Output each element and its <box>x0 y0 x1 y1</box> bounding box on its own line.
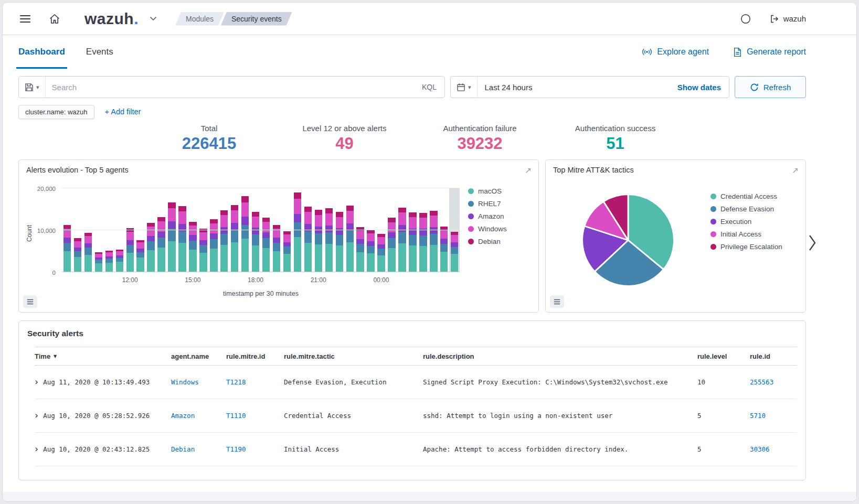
search-input[interactable] <box>46 83 414 92</box>
column-header-rule-level[interactable]: rule.level <box>697 352 750 360</box>
filter-chip-cluster-name[interactable]: cluster.name: wazuh <box>18 105 94 119</box>
bar-slot[interactable] <box>397 188 408 272</box>
bar-slot[interactable] <box>135 188 146 272</box>
saved-query-button[interactable]: ▾ <box>19 77 46 98</box>
column-header-rule-mitre-id[interactable]: rule.mitre.id <box>226 352 284 360</box>
legend-item[interactable]: Windows <box>468 225 531 233</box>
legend-item[interactable]: RHEL7 <box>468 200 531 208</box>
user-menu-button[interactable]: wazuh <box>770 14 806 24</box>
bar-slot[interactable] <box>240 188 250 272</box>
bar-slot[interactable] <box>219 188 229 272</box>
bar-slot[interactable] <box>208 188 219 272</box>
column-header-rule-description[interactable]: rule.description <box>423 352 697 360</box>
date-quick-select-button[interactable]: ▾ <box>451 77 478 98</box>
bar-stack <box>325 188 333 272</box>
bar-slot[interactable] <box>83 188 93 272</box>
row-expand-icon[interactable]: › <box>35 445 38 454</box>
menu-button[interactable] <box>16 11 34 27</box>
bar-segment-debian <box>398 208 406 213</box>
bar-slot[interactable] <box>72 188 83 272</box>
bar-slot[interactable] <box>439 188 449 272</box>
bar-slot[interactable] <box>198 188 208 272</box>
rule-id-link[interactable]: 30306 <box>750 445 770 453</box>
breadcrumb-modules[interactable]: Modules <box>175 12 224 26</box>
bar-slot[interactable] <box>156 188 167 272</box>
bar-slot[interactable] <box>146 188 156 272</box>
show-dates-link[interactable]: Show dates <box>670 83 729 92</box>
inspect-panel-button[interactable] <box>550 295 564 308</box>
next-panel-button[interactable] <box>806 232 819 255</box>
bar-slot[interactable] <box>282 188 292 272</box>
bar-slot[interactable] <box>428 188 439 272</box>
rule-id-link[interactable]: 5710 <box>750 412 766 420</box>
bar-slot[interactable] <box>334 188 345 272</box>
row-expand-icon[interactable]: › <box>35 378 38 387</box>
bar-slot[interactable] <box>62 188 72 272</box>
expand-panel-button[interactable] <box>523 166 533 177</box>
tab-dashboard[interactable]: Dashboard <box>18 35 65 69</box>
bar-slot[interactable] <box>187 188 198 272</box>
refresh-button[interactable]: Refresh <box>735 76 806 98</box>
bar-slot[interactable] <box>177 188 187 272</box>
bar-slot[interactable] <box>271 188 282 272</box>
bar-slot[interactable] <box>114 188 125 272</box>
bar-slot[interactable] <box>303 188 313 272</box>
agent-name-link[interactable]: Amazon <box>171 412 195 420</box>
legend-item[interactable]: Credential Access <box>710 192 800 200</box>
column-header-agent-name[interactable]: agent.name <box>171 352 226 360</box>
bar-slot[interactable] <box>261 188 271 272</box>
bar-slot[interactable] <box>355 188 366 272</box>
rule-id-link[interactable]: 255563 <box>750 378 773 386</box>
mitre-id-link[interactable]: T1190 <box>226 445 246 453</box>
legend-item[interactable]: Initial Access <box>710 230 800 238</box>
expand-panel-button[interactable] <box>790 166 800 177</box>
stat-value: 51 <box>548 134 683 153</box>
legend-item[interactable]: Privilege Escalation <box>710 243 800 251</box>
explore-agent-link[interactable]: Explore agent <box>642 47 709 57</box>
alerts-x-ticks: 12:0015:0018:0021:0000:00 <box>62 276 460 285</box>
time-range-label[interactable]: Last 24 hours <box>478 83 540 92</box>
bar-slot[interactable] <box>376 188 387 272</box>
bar-stack <box>105 188 113 272</box>
home-button[interactable] <box>45 9 65 29</box>
bar-slot[interactable] <box>229 188 240 272</box>
agent-name-link[interactable]: Debian <box>171 445 195 453</box>
inspect-panel-button[interactable] <box>23 295 37 308</box>
bar-segment-macos <box>430 245 437 272</box>
bar-slot[interactable] <box>387 188 397 272</box>
mitre-id-link[interactable]: T1110 <box>226 412 246 420</box>
add-filter-link[interactable]: + Add filter <box>105 108 141 116</box>
mitre-id-link[interactable]: T1218 <box>226 378 246 386</box>
legend-item[interactable]: macOS <box>468 187 531 195</box>
tab-events[interactable]: Events <box>86 35 113 69</box>
bar-segment-rhel7 <box>419 235 427 246</box>
status-ring-button[interactable] <box>736 9 755 28</box>
bar-slot[interactable] <box>104 188 114 272</box>
bar-slot[interactable] <box>167 188 177 272</box>
bar-slot[interactable] <box>418 188 428 272</box>
row-expand-icon[interactable]: › <box>35 412 38 420</box>
bar-slot[interactable] <box>449 188 460 272</box>
bar-slot[interactable] <box>313 188 324 272</box>
bar-slot[interactable] <box>125 188 135 272</box>
legend-item[interactable]: Debian <box>468 238 531 245</box>
legend-item[interactable]: Execution <box>710 218 800 226</box>
bar-slot[interactable] <box>324 188 334 272</box>
bar-slot[interactable] <box>345 188 355 272</box>
app-switcher-button[interactable] <box>146 13 161 25</box>
bar-slot[interactable] <box>93 188 104 272</box>
column-header-time[interactable]: Time▼ <box>35 352 171 360</box>
bar-slot[interactable] <box>366 188 376 272</box>
bar-slot[interactable] <box>292 188 303 272</box>
bar-slot[interactable] <box>407 188 418 272</box>
legend-dot-icon <box>468 213 474 219</box>
legend-item[interactable]: Amazon <box>468 212 531 220</box>
column-header-rule-id[interactable]: rule.id <box>750 352 797 360</box>
legend-item[interactable]: Defense Evasion <box>710 205 800 213</box>
query-language-label[interactable]: KQL <box>414 83 444 91</box>
column-header-rule-mitre-tactic[interactable]: rule.mitre.tactic <box>284 352 423 360</box>
bar-slot[interactable] <box>250 188 261 272</box>
generate-report-link[interactable]: Generate report <box>733 47 806 57</box>
agent-name-link[interactable]: Windows <box>171 378 199 386</box>
bar-segment-windows <box>283 234 291 242</box>
